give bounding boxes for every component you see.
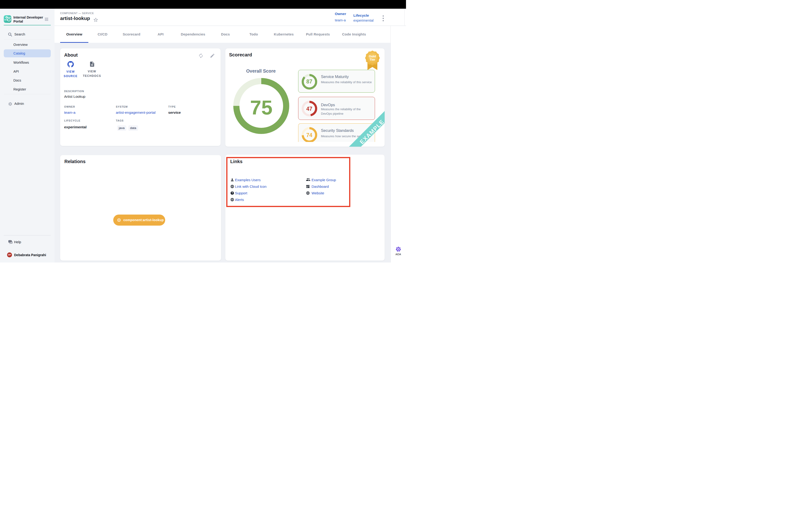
svg-text:?: ?	[10, 240, 11, 242]
svg-text:Tier: Tier	[370, 58, 376, 61]
svg-text:Gold: Gold	[369, 55, 376, 58]
